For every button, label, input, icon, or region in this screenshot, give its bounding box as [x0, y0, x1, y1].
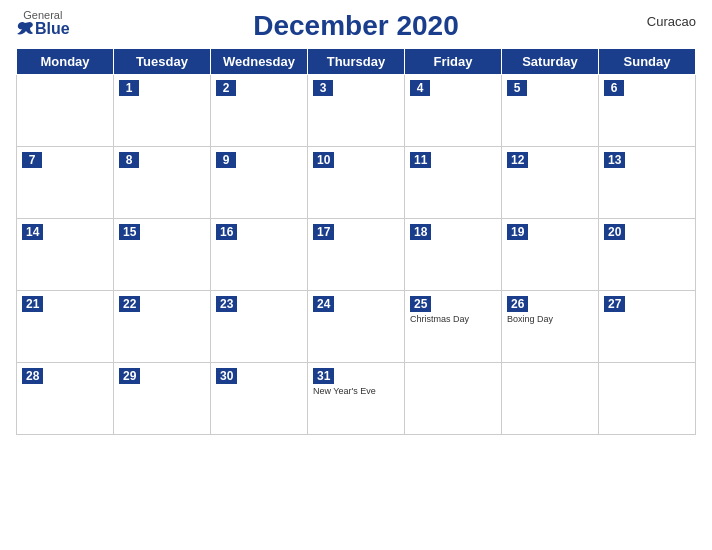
calendar-cell: 1	[114, 75, 211, 147]
calendar-cell: 9	[211, 147, 308, 219]
day-number: 15	[119, 224, 140, 240]
logo-bird-icon	[16, 21, 34, 37]
day-number: 9	[216, 152, 236, 168]
calendar-cell: 21	[17, 291, 114, 363]
day-number: 25	[410, 296, 431, 312]
calendar-week-row: 14151617181920	[17, 219, 696, 291]
calendar-cell: 22	[114, 291, 211, 363]
day-number: 14	[22, 224, 43, 240]
country-label: Curacao	[647, 14, 696, 29]
calendar-cell: 28	[17, 363, 114, 435]
col-sunday: Sunday	[599, 49, 696, 75]
calendar-cell: 15	[114, 219, 211, 291]
calendar-cell: 24	[308, 291, 405, 363]
day-number: 10	[313, 152, 334, 168]
col-saturday: Saturday	[502, 49, 599, 75]
calendar-week-row: 78910111213	[17, 147, 696, 219]
calendar-page: General Blue December 2020 Curacao Monda…	[0, 0, 712, 550]
calendar-cell: 6	[599, 75, 696, 147]
calendar-table: Monday Tuesday Wednesday Thursday Friday…	[16, 48, 696, 435]
calendar-cell: 19	[502, 219, 599, 291]
calendar-cell: 26Boxing Day	[502, 291, 599, 363]
page-title: December 2020	[253, 10, 458, 42]
day-number: 23	[216, 296, 237, 312]
day-number: 27	[604, 296, 625, 312]
page-header: General Blue December 2020 Curacao	[16, 10, 696, 42]
calendar-cell: 12	[502, 147, 599, 219]
day-number: 5	[507, 80, 527, 96]
calendar-cell	[599, 363, 696, 435]
calendar-cell: 11	[405, 147, 502, 219]
day-number: 3	[313, 80, 333, 96]
holiday-label: Boxing Day	[507, 314, 593, 325]
day-number: 1	[119, 80, 139, 96]
calendar-cell: 17	[308, 219, 405, 291]
day-number: 31	[313, 368, 334, 384]
logo: General Blue	[16, 10, 70, 37]
col-tuesday: Tuesday	[114, 49, 211, 75]
col-thursday: Thursday	[308, 49, 405, 75]
holiday-label: Christmas Day	[410, 314, 496, 325]
calendar-cell: 25Christmas Day	[405, 291, 502, 363]
calendar-cell	[502, 363, 599, 435]
col-monday: Monday	[17, 49, 114, 75]
day-number: 6	[604, 80, 624, 96]
calendar-cell: 18	[405, 219, 502, 291]
calendar-cell	[17, 75, 114, 147]
day-number: 28	[22, 368, 43, 384]
day-number: 16	[216, 224, 237, 240]
holiday-label: New Year's Eve	[313, 386, 399, 397]
day-number: 22	[119, 296, 140, 312]
calendar-cell: 23	[211, 291, 308, 363]
day-number: 20	[604, 224, 625, 240]
calendar-cell: 7	[17, 147, 114, 219]
calendar-week-row: 28293031New Year's Eve	[17, 363, 696, 435]
calendar-cell	[405, 363, 502, 435]
day-number: 18	[410, 224, 431, 240]
calendar-cell: 8	[114, 147, 211, 219]
calendar-cell: 3	[308, 75, 405, 147]
calendar-week-row: 2122232425Christmas Day26Boxing Day27	[17, 291, 696, 363]
calendar-cell: 20	[599, 219, 696, 291]
day-number: 29	[119, 368, 140, 384]
calendar-cell: 10	[308, 147, 405, 219]
calendar-cell: 2	[211, 75, 308, 147]
day-number: 7	[22, 152, 42, 168]
calendar-header-row: Monday Tuesday Wednesday Thursday Friday…	[17, 49, 696, 75]
calendar-cell: 13	[599, 147, 696, 219]
calendar-cell: 5	[502, 75, 599, 147]
day-number: 21	[22, 296, 43, 312]
day-number: 13	[604, 152, 625, 168]
day-number: 17	[313, 224, 334, 240]
day-number: 11	[410, 152, 431, 168]
day-number: 2	[216, 80, 236, 96]
day-number: 8	[119, 152, 139, 168]
calendar-cell: 16	[211, 219, 308, 291]
col-friday: Friday	[405, 49, 502, 75]
day-number: 12	[507, 152, 528, 168]
logo-blue-text: Blue	[16, 21, 70, 37]
day-number: 26	[507, 296, 528, 312]
calendar-cell: 30	[211, 363, 308, 435]
day-number: 24	[313, 296, 334, 312]
calendar-cell: 14	[17, 219, 114, 291]
day-number: 19	[507, 224, 528, 240]
calendar-cell: 31New Year's Eve	[308, 363, 405, 435]
calendar-cell: 27	[599, 291, 696, 363]
calendar-cell: 29	[114, 363, 211, 435]
calendar-cell: 4	[405, 75, 502, 147]
day-number: 30	[216, 368, 237, 384]
calendar-week-row: 123456	[17, 75, 696, 147]
col-wednesday: Wednesday	[211, 49, 308, 75]
day-number: 4	[410, 80, 430, 96]
